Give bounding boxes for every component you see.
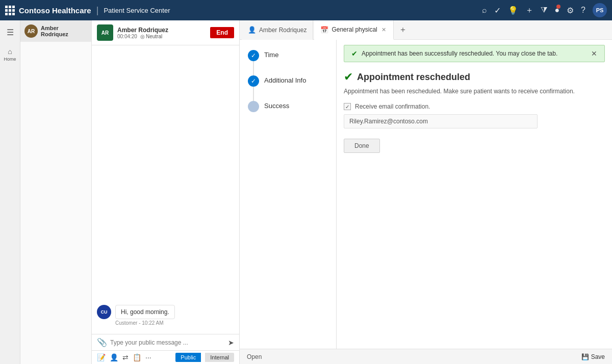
- appt-heading: Appointment rescheduled: [357, 72, 470, 83]
- settings-icon-btn[interactable]: ⚙: [567, 6, 574, 15]
- sentiment-label: Neutral: [146, 34, 162, 39]
- internal-button[interactable]: Internal: [205, 353, 234, 362]
- plus-icon-btn[interactable]: ＋: [525, 5, 533, 16]
- sidebar-item-home[interactable]: ⌂ Home: [0, 44, 20, 65]
- tab-calendar-icon: 📅: [320, 26, 328, 34]
- chat-bubble-meta: Customer - 10:22 AM: [115, 320, 175, 326]
- user-avatar[interactable]: PS: [593, 3, 607, 17]
- save-icon: 💾: [581, 353, 589, 360]
- appointment-card: ✔ Appointment rescheduled Appointment ha…: [344, 70, 605, 153]
- attach-icon[interactable]: 📎: [97, 337, 107, 347]
- appt-description: Appointment has been rescheduled. Make s…: [344, 87, 605, 96]
- step-success: Success: [248, 101, 328, 112]
- transfer-icon[interactable]: ⇄: [122, 353, 129, 361]
- done-button[interactable]: Done: [344, 139, 380, 153]
- chat-input[interactable]: [110, 339, 225, 346]
- top-nav: Contoso Healthcare | Patient Service Cen…: [0, 0, 612, 20]
- grid-icon: [5, 6, 15, 15]
- steps-panel: ✓ Time ✓ Additional Info Success: [240, 40, 337, 349]
- chat-messages: CU Hi, good morning. Customer - 10:22 AM: [92, 45, 239, 334]
- app-title: Contoso Healthcare: [19, 6, 91, 15]
- email-value: Riley.Ramirez@contoso.com: [349, 118, 428, 125]
- home-icon: ⌂: [8, 47, 12, 56]
- right-panel: 👤 Amber Rodriquez 📅 General physical ✕ ＋…: [240, 20, 612, 364]
- chat-bubble-text: Hi, good morning.: [115, 305, 175, 319]
- sender-label: Customer: [115, 320, 137, 326]
- hamburger-menu[interactable]: ☰: [4, 24, 17, 40]
- success-banner: ✔ Appointment has been successfully resc…: [344, 45, 605, 62]
- agent-info: Amber Rodriquez 00:04:20 ◎ Neutral: [117, 27, 206, 39]
- filter-icon-btn[interactable]: ⧩: [541, 6, 547, 15]
- tab-person-icon: 👤: [248, 26, 256, 34]
- tab-close-button[interactable]: ✕: [380, 27, 387, 33]
- step-additional-info: ✓ Additional Info: [248, 75, 328, 101]
- chat-message-item: CU Hi, good morning. Customer - 10:22 AM: [97, 305, 234, 326]
- confirm-checkbox[interactable]: ✓: [344, 103, 351, 110]
- banner-text: Appointment has been successfully resche…: [362, 50, 557, 57]
- notes-icon[interactable]: 📝: [97, 353, 106, 361]
- chat-area: AR Amber Rodriquez 00:04:20 ◎ Neutral En…: [92, 20, 240, 364]
- agent-name: Amber Rodriquez: [117, 27, 206, 34]
- confirm-row: ✓ Receive email confirmation.: [344, 103, 605, 110]
- send-button[interactable]: ➤: [228, 339, 234, 347]
- chat-input-area: 📎 ➤ 📝 👤 ⇄ 📋 ··· Public Internal: [92, 334, 239, 364]
- contacts-panel: AR Amber Rodriquez: [20, 20, 92, 364]
- contact-name: Amber Rodriquez: [41, 25, 87, 37]
- chat-header: AR Amber Rodriquez 00:04:20 ◎ Neutral En…: [92, 20, 239, 45]
- main-layout: ☰ ⌂ Home AR Amber Rodriquez AR Amber Rod…: [0, 20, 612, 364]
- agent-avatar: AR: [97, 24, 113, 41]
- chat-input-row: 📎 ➤: [92, 334, 239, 350]
- appointment-title: ✔ Appointment rescheduled: [344, 70, 605, 84]
- bell-icon-btn[interactable]: ●: [554, 6, 559, 15]
- tab-amber-label: Amber Rodriquez: [259, 27, 307, 34]
- help-icon-btn[interactable]: ?: [581, 6, 585, 15]
- template-icon[interactable]: 📋: [133, 353, 141, 361]
- chat-bubble-content: Hi, good morning. Customer - 10:22 AM: [115, 305, 175, 326]
- app-logo: Contoso Healthcare: [5, 6, 91, 15]
- public-button[interactable]: Public: [175, 353, 201, 362]
- appt-check-icon: ✔: [344, 70, 353, 84]
- search-icon-btn[interactable]: ⌕: [482, 6, 487, 15]
- checkmark-icon-btn[interactable]: ✓: [494, 6, 501, 15]
- content-area: ✓ Time ✓ Additional Info Success ✔ Appoi…: [240, 40, 612, 349]
- step-circle-additional: ✓: [248, 75, 259, 87]
- confirm-label: Receive email confirmation.: [355, 103, 430, 110]
- agent-meta: 00:04:20 ◎ Neutral: [117, 34, 206, 39]
- nav-divider: |: [96, 5, 99, 16]
- contact-item-amber[interactable]: AR Amber Rodriquez: [20, 20, 91, 42]
- home-label: Home: [4, 57, 16, 62]
- step-label-additional: Additional Info: [264, 75, 306, 84]
- contact-avatar: AR: [24, 24, 38, 38]
- open-label: Open: [247, 353, 262, 360]
- customer-avatar: CU: [97, 305, 111, 319]
- step-circle-time: ✓: [248, 50, 259, 61]
- more-icon[interactable]: ···: [145, 353, 151, 361]
- save-button[interactable]: 💾 Save: [581, 353, 605, 360]
- tab-general-label: General physical: [332, 26, 377, 33]
- tab-amber-rodriquez[interactable]: 👤 Amber Rodriquez: [242, 20, 313, 40]
- sidebar: ☰ ⌂ Home: [0, 20, 20, 364]
- banner-close-button[interactable]: ✕: [591, 49, 597, 58]
- top-nav-icons: ⌕ ✓ 💡 ＋ ⧩ ● ⚙ ? PS: [482, 3, 607, 17]
- call-duration: 00:04:20: [117, 34, 137, 39]
- save-label: Save: [591, 353, 605, 360]
- main-content: ✔ Appointment has been successfully resc…: [337, 40, 612, 349]
- message-time-value: 10:22 AM: [142, 320, 163, 326]
- checkbox-check: ✓: [345, 104, 349, 110]
- chat-toolbar: 📝 👤 ⇄ 📋 ··· Public Internal: [92, 350, 239, 364]
- tab-bar: 👤 Amber Rodriquez 📅 General physical ✕ ＋: [240, 20, 612, 40]
- sentiment-icon: ◎: [140, 34, 145, 39]
- email-field: Riley.Ramirez@contoso.com: [344, 114, 538, 128]
- add-tab-button[interactable]: ＋: [395, 24, 411, 35]
- bottom-bar: Open 💾 Save: [240, 349, 612, 364]
- step-label-time: Time: [264, 50, 278, 59]
- step-label-success: Success: [264, 101, 289, 110]
- app-subtitle: Patient Service Center: [104, 7, 170, 14]
- tab-general-physical[interactable]: 📅 General physical ✕: [314, 20, 393, 40]
- banner-check-icon: ✔: [351, 49, 358, 58]
- step-time: ✓ Time: [248, 50, 328, 75]
- step-circle-success: [248, 101, 259, 112]
- lightbulb-icon-btn[interactable]: 💡: [508, 6, 518, 15]
- end-call-button[interactable]: End: [210, 27, 234, 38]
- person-icon[interactable]: 👤: [110, 353, 118, 361]
